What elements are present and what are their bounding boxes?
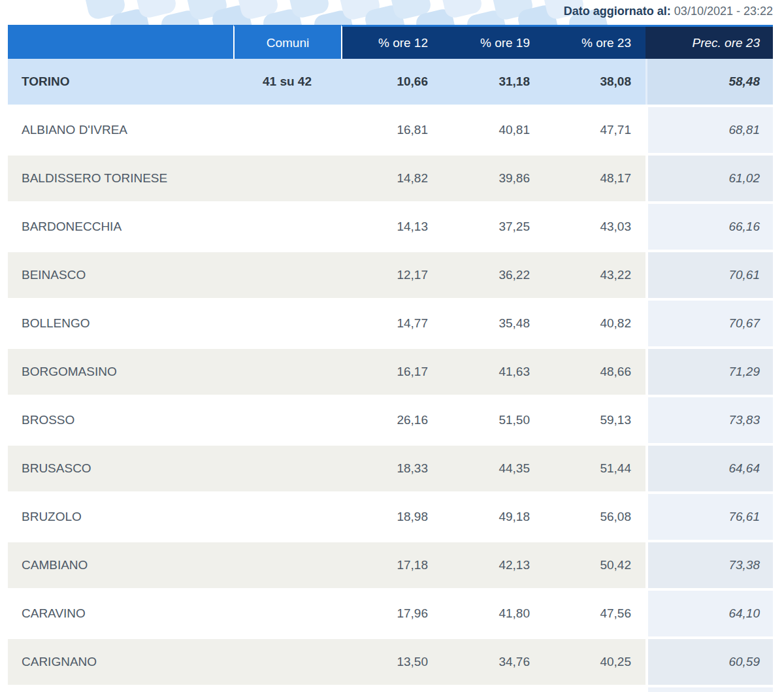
comune-name — [8, 687, 233, 692]
ore19-value: 34,76 — [442, 639, 544, 685]
ore19-value: 41,80 — [442, 591, 544, 636]
ore19-value: 42,13 — [442, 542, 544, 588]
comune-name[interactable]: CARAVINO — [8, 591, 233, 636]
ore12-value: 18,98 — [341, 494, 442, 540]
prec-value: 73,83 — [645, 397, 773, 443]
ore12-value: 10,66 — [341, 59, 442, 105]
ore23-value: 51,44 — [544, 446, 645, 491]
ore12-value: 16,81 — [341, 107, 442, 153]
ore23-value: 59,13 — [544, 397, 645, 443]
ore23-value: 56,08 — [544, 494, 645, 540]
ore19-value: 44,35 — [442, 446, 544, 491]
ore23-value: 47,71 — [544, 107, 645, 153]
ore12-value: 18,33 — [341, 446, 442, 491]
prec-value: 64,64 — [645, 446, 773, 491]
table-header-row: Comuni % ore 12 % ore 19 % ore 23 Prec. … — [8, 25, 773, 59]
table-row[interactable]: BROSSO 26,16 51,50 59,13 73,83 — [8, 397, 773, 443]
table-row[interactable]: BRUSASCO 18,33 44,35 51,44 64,64 — [8, 446, 773, 491]
header-prec-ore23: Prec. ore 23 — [645, 25, 773, 59]
table-row[interactable]: BEINASCO 12,17 36,22 43,22 70,61 — [8, 252, 773, 298]
prec-value: 71,29 — [645, 349, 773, 395]
table-row-torino[interactable]: TORINO 41 su 42 10,66 31,18 38,08 58,48 — [8, 59, 773, 105]
comune-name[interactable]: BRUZOLO — [8, 494, 233, 540]
election-turnout-page: Dato aggiornato al: 03/10/2021 - 23:22 C… — [0, 0, 784, 692]
ore12-value: 14,13 — [341, 204, 442, 250]
comune-name[interactable]: ALBIANO D'IVREA — [8, 107, 233, 153]
ore23-value: 50,42 — [544, 542, 645, 588]
comune-name[interactable]: BRUSASCO — [8, 446, 233, 491]
prec-value: 70,67 — [645, 301, 773, 346]
turnout-table: Comuni % ore 12 % ore 19 % ore 23 Prec. … — [8, 25, 773, 692]
ore23-value: 43,22 — [544, 252, 645, 298]
table-row[interactable]: ALBIANO D'IVREA 16,81 40,81 47,71 68,81 — [8, 107, 773, 153]
comune-name[interactable]: CARIGNANO — [8, 639, 233, 685]
prec-value: 64,10 — [645, 591, 773, 636]
updated-label: Dato aggiornato al: — [564, 5, 671, 18]
table-row[interactable]: CARIGNANO 13,50 34,76 40,25 60,59 — [8, 639, 773, 685]
comune-name[interactable]: BEINASCO — [8, 252, 233, 298]
ore23-value: 40,25 — [544, 639, 645, 685]
prec-value: 58,48 — [645, 59, 773, 105]
comuni-count — [233, 494, 341, 540]
comune-name[interactable]: TORINO — [8, 59, 233, 105]
ore19-value: 35,48 — [442, 301, 544, 346]
ore19-value: 41,63 — [442, 349, 544, 395]
comuni-count — [233, 301, 341, 346]
comune-name[interactable]: BOLLENGO — [8, 301, 233, 346]
table-row[interactable]: BALDISSERO TORINESE 14,82 39,86 48,17 61… — [8, 156, 773, 201]
prec-value: 61,02 — [645, 156, 773, 201]
ore23-value: 38,08 — [544, 59, 645, 105]
table-row[interactable]: CAMBIANO 17,18 42,13 50,42 73,38 — [8, 542, 773, 588]
ore19-value: 51,50 — [442, 397, 544, 443]
comuni-count — [233, 204, 341, 250]
ore19-value: 36,22 — [442, 252, 544, 298]
ore23-value: 40,82 — [544, 301, 645, 346]
table-row[interactable]: BRUZOLO 18,98 49,18 56,08 76,61 — [8, 494, 773, 540]
comuni-count: 41 su 42 — [233, 59, 341, 105]
comuni-count — [233, 591, 341, 636]
ore23-value: 48,17 — [544, 156, 645, 201]
ore12-value: 17,96 — [341, 591, 442, 636]
ore19-value: 40,81 — [442, 107, 544, 153]
prec-value: 60,59 — [645, 639, 773, 685]
updated-value: 03/10/2021 - 23:22 — [674, 5, 773, 18]
header-comuni: Comuni — [233, 25, 341, 59]
header-ore19: % ore 19 — [442, 25, 544, 59]
ore12-value: 26,16 — [341, 397, 442, 443]
prec-value: 76,61 — [645, 494, 773, 540]
ore12-value — [341, 687, 442, 692]
ore19-value: 31,18 — [442, 59, 544, 105]
ore19-value: 37,25 — [442, 204, 544, 250]
prec-value: 73,38 — [645, 542, 773, 588]
table-body: ALBIANO D'IVREA 16,81 40,81 47,71 68,81 … — [8, 107, 773, 685]
comune-name[interactable]: BORGOMASINO — [8, 349, 233, 395]
comuni-count — [233, 397, 341, 443]
table-row[interactable]: CARAVINO 17,96 41,80 47,56 64,10 — [8, 591, 773, 636]
comune-name[interactable]: CAMBIANO — [8, 542, 233, 588]
table-row[interactable]: BARDONECCHIA 14,13 37,25 43,03 66,16 — [8, 204, 773, 250]
comuni-count — [233, 639, 341, 685]
ore12-value: 12,17 — [341, 252, 442, 298]
ore19-value: 49,18 — [442, 494, 544, 540]
comuni-count — [233, 252, 341, 298]
ore23-value: 47,56 — [544, 591, 645, 636]
ore23-value: 48,66 — [544, 349, 645, 395]
comune-name[interactable]: BROSSO — [8, 397, 233, 443]
comune-name[interactable]: BALDISSERO TORINESE — [8, 156, 233, 201]
ore12-value: 13,50 — [341, 639, 442, 685]
last-updated: Dato aggiornato al: 03/10/2021 - 23:22 — [564, 5, 773, 18]
ore23-value — [544, 687, 645, 692]
ore23-value: 43,03 — [544, 204, 645, 250]
ore12-value: 14,77 — [341, 301, 442, 346]
prec-value: 66,16 — [645, 204, 773, 250]
table-row[interactable]: BOLLENGO 14,77 35,48 40,82 70,67 — [8, 301, 773, 346]
ore12-value: 17,18 — [341, 542, 442, 588]
table-row-clipped — [8, 687, 773, 692]
prec-value: 70,61 — [645, 252, 773, 298]
ore19-value — [442, 687, 544, 692]
ore12-value: 16,17 — [341, 349, 442, 395]
table-row[interactable]: BORGOMASINO 16,17 41,63 48,66 71,29 — [8, 349, 773, 395]
ore19-value: 39,86 — [442, 156, 544, 201]
header-ore12: % ore 12 — [341, 25, 442, 59]
comune-name[interactable]: BARDONECCHIA — [8, 204, 233, 250]
